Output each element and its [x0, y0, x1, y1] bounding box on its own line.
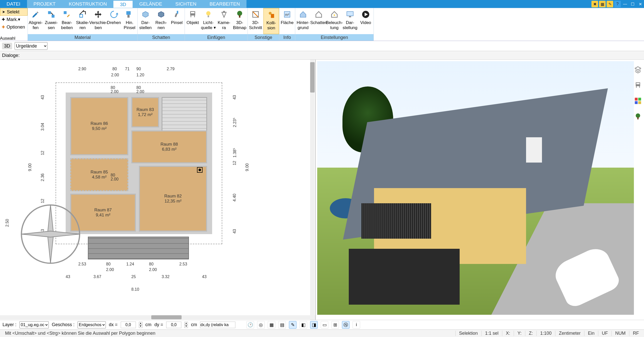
- menu-bar: DATEI PROJEKT KONSTRUKTION 3D GELÄNDE SI…: [0, 0, 644, 8]
- area-icon: m²: [282, 10, 292, 19]
- tree2-icon[interactable]: [633, 112, 643, 121]
- dy-spinner[interactable]: ▲▼: [184, 322, 188, 328]
- layers-icon[interactable]: [633, 65, 643, 74]
- tab-bearbeiten[interactable]: BEARBEITEN: [203, 0, 246, 8]
- room-88[interactable]: Raum 886,83 m²: [131, 130, 207, 163]
- flaeche-button[interactable]: m²Fläche: [279, 8, 295, 34]
- ribbon-einfuegen-group: Objekt Licht-quelle ▾ Kame-ra 3D-Bitmap …: [185, 8, 248, 41]
- dx-spinner[interactable]: ▲▼: [139, 322, 142, 328]
- status-bar: Mit <Umschalt> und <Strg> können Sie die…: [0, 329, 644, 337]
- 3dbitmap-button[interactable]: 3D-Bitmap: [232, 8, 247, 34]
- tab-datei[interactable]: DATEI: [0, 0, 27, 8]
- objekt-button[interactable]: Objekt: [185, 8, 201, 34]
- close-icon[interactable]: ✕: [637, 1, 643, 7]
- collision-icon: [266, 10, 276, 19]
- dim-bot3-1: 43: [66, 275, 70, 279]
- svg-rect-18: [347, 12, 353, 16]
- floorplan-pane[interactable]: 2.90 80 71 90 2.79 2.00 1.20 9.00 43 3.0…: [0, 60, 316, 320]
- hinpinsel-button[interactable]: Hin.Pinsel: [122, 8, 137, 34]
- floorplan-vscroll[interactable]: [310, 60, 315, 320]
- terrace[interactable]: [88, 237, 189, 259]
- ribbon-einstellungen-group: Hinter-grund Schatten Beleuch-tung Dar-s…: [295, 8, 374, 41]
- tool-icon-3[interactable]: ✎: [607, 1, 613, 7]
- ribbon-info-group: m²Fläche Info: [279, 8, 295, 41]
- tab-sichten[interactable]: SICHTEN: [169, 0, 203, 8]
- door-dim-2b: 2.00: [136, 89, 144, 94]
- zuweisen-button[interactable]: Zuwei-sen: [43, 8, 59, 34]
- snap-icon[interactable]: ◎: [257, 321, 265, 329]
- dx-input[interactable]: [121, 322, 136, 328]
- minimize-icon[interactable]: —: [622, 1, 628, 7]
- grid-icon[interactable]: ▦: [268, 321, 275, 329]
- svg-rect-8: [208, 15, 209, 17]
- 3dschnitt-button[interactable]: 3D-Schnitt: [248, 8, 263, 34]
- svg-rect-14: [271, 14, 274, 18]
- beleuchtung-button[interactable]: Beleuch-tung: [327, 8, 342, 34]
- bearbeiten-button[interactable]: Bear-beiten: [59, 8, 75, 34]
- lichtquelle-button[interactable]: Licht-quelle ▾: [201, 8, 216, 34]
- mark-button[interactable]: ✚Mark. ▾: [0, 16, 28, 23]
- toggle3-icon[interactable]: ◨: [310, 321, 318, 329]
- kollision-button[interactable]: Kolli-sion: [263, 8, 279, 34]
- 3d-render[interactable]: [317, 61, 634, 315]
- hint-input[interactable]: [200, 322, 235, 328]
- palette-icon[interactable]: [633, 96, 643, 106]
- video-button[interactable]: Video: [358, 8, 374, 34]
- toggle4-icon[interactable]: ▭: [321, 321, 328, 329]
- grid2-icon[interactable]: ⊞: [331, 321, 339, 329]
- geschoss-select[interactable]: Erdgeschos: [78, 321, 106, 328]
- chair2-icon[interactable]: [633, 80, 643, 90]
- 3d-view-pane[interactable]: [316, 60, 644, 320]
- darstellen-button[interactable]: Dar-stellen: [138, 8, 153, 34]
- room-86[interactable]: Raum 869,50 m²: [70, 97, 128, 155]
- dim-top-2: 80: [112, 67, 117, 71]
- floorplan-hscroll[interactable]: [0, 315, 315, 319]
- pinsel-button[interactable]: Pinsel: [169, 8, 185, 34]
- kamera-button[interactable]: Kame-ra: [216, 8, 232, 34]
- toggle1-icon[interactable]: ✎: [289, 321, 296, 329]
- dim-right-2: 2.23⁵: [232, 118, 237, 127]
- tab-projekt[interactable]: PROJEKT: [27, 0, 62, 8]
- rotate-icon: [109, 10, 119, 19]
- svg-rect-19: [349, 16, 351, 17]
- verschieben-button[interactable]: Verschie-ben: [90, 8, 106, 34]
- tool-icon-2[interactable]: ▦: [599, 1, 606, 7]
- optionen-button[interactable]: ✚Optionen: [0, 23, 28, 31]
- svg-rect-4: [126, 11, 131, 15]
- darstellung-button[interactable]: Dar-stellung: [342, 8, 358, 34]
- selekt-button[interactable]: ➤Selekt: [0, 8, 28, 16]
- info-icon[interactable]: i: [353, 321, 360, 329]
- abgreifen-button[interactable]: Abgrei-fen: [28, 8, 43, 34]
- tool-icon-1[interactable]: ✖: [591, 1, 598, 7]
- room-82[interactable]: Raum 8212,35 m²: [139, 166, 207, 232]
- status-z: Z:: [525, 331, 536, 336]
- assign-icon: [46, 10, 56, 19]
- dy-input[interactable]: [166, 322, 181, 328]
- clock-icon[interactable]: 🕑: [246, 321, 254, 329]
- svg-rect-27: [637, 117, 639, 120]
- north-icon[interactable]: Ⓝ: [342, 321, 350, 329]
- right-toolstrip: [632, 65, 643, 121]
- window-controls: ✖ ▦ ✎ ? — ☐ ✕: [591, 0, 644, 8]
- toggle2-icon[interactable]: ◧: [300, 321, 307, 329]
- dx-unit: cm: [145, 322, 152, 327]
- rechnen-button[interactable]: Rech-nen: [153, 8, 169, 34]
- room-85[interactable]: Raum 854,58 m²: [70, 158, 128, 191]
- svg-rect-3: [80, 14, 83, 17]
- tab-gelaende[interactable]: GELÄNDE: [133, 0, 169, 8]
- layer-icon[interactable]: ▤: [278, 321, 286, 329]
- layer-select[interactable]: 01_ug.eg.oc: [19, 321, 49, 328]
- drehen-button[interactable]: Drehen: [106, 8, 122, 34]
- tab-3d[interactable]: 3D: [113, 0, 133, 8]
- hintergrund-button[interactable]: Hinter-grund: [295, 8, 311, 34]
- help-icon[interactable]: ?: [614, 1, 621, 7]
- tree-icon: [235, 10, 244, 19]
- terrain-select[interactable]: Urgelände: [15, 42, 47, 50]
- target-marker[interactable]: [197, 167, 203, 173]
- skalieren-button[interactable]: Skalie-ren: [75, 8, 90, 34]
- room-83[interactable]: Raum 831,72 m²: [131, 97, 159, 127]
- maximize-icon[interactable]: ☐: [629, 1, 636, 7]
- schatten-btn[interactable]: Schatten: [311, 8, 327, 34]
- tab-konstruktion[interactable]: KONSTRUKTION: [62, 0, 113, 8]
- group-label-sonstige: Sonstige: [248, 34, 279, 41]
